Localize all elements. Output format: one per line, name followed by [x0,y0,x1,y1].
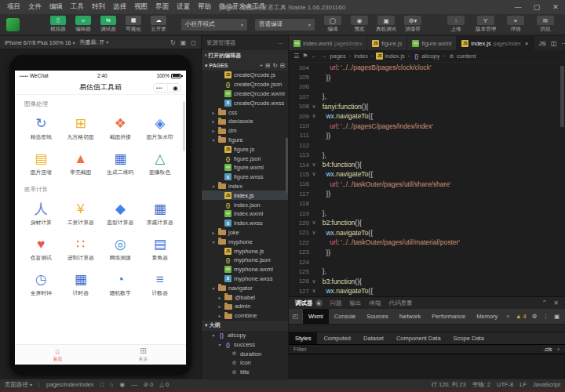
tabbar-item-更多[interactable]: ⊞更多 [100,345,186,365]
explorer-scrollbar[interactable] [286,138,288,193]
tree-item-createQrcode.wxss[interactable]: ScreateQrcode.wxss [202,98,288,107]
indent-setting[interactable]: 空格: 2 [472,381,490,389]
eol-setting[interactable]: LF [519,381,527,388]
bookmark-icon[interactable]: ⚑ [302,53,308,60]
refresh-icon[interactable]: ↻ [272,62,277,69]
app-item-图片压缩[interactable]: ▤图片压缩 [21,147,61,179]
js-preview-icon[interactable]: JS [539,40,546,47]
hot-reload-select[interactable]: 热重载: 开 ▾ [79,38,108,46]
cls-button[interactable]: .cls [543,346,552,353]
explorer-more-button[interactable]: ··· [278,40,284,47]
tree-item-createQrcode.js[interactable]: JScreateQrcode.js [202,71,288,80]
device-toolbar-icon[interactable]: ◰ [289,313,303,320]
tree-item-figure.wxml[interactable]: <>figure.wxml [202,163,288,172]
devtools-tab-Console[interactable]: Console [329,309,362,324]
close-button[interactable]: ✕ [546,3,565,11]
app-item-计数器[interactable]: ≡计数器 [140,267,180,299]
home-icon[interactable]: ⌂ [110,381,114,388]
menu-item[interactable]: 界面 [151,2,173,12]
copy-path-icon[interactable]: □ [100,381,104,388]
compile-select[interactable]: 普通编译 ▾ [255,19,315,31]
more-actions-icon[interactable]: ⋯ [561,40,565,47]
panel-tab-问题[interactable]: 问题 [330,299,342,307]
app-item-图像取色[interactable]: △图像取色 [140,147,180,179]
menu-item[interactable]: 编辑 [46,2,67,12]
nav-back-icon[interactable]: ← [311,53,317,60]
editor-scrollbar[interactable] [560,66,564,127]
app-item-进制计算器[interactable]: ∷进制计算器 [61,232,101,264]
styles-tab-Scope Data[interactable]: Scope Data [447,332,490,344]
breadcrumb-item-index.js[interactable]: JSindex.js [376,53,404,60]
fold-icon[interactable]: ∨ [309,162,319,168]
phone-scrollbar[interactable] [183,101,185,151]
gear-icon[interactable]: ⚙ [532,313,538,320]
menu-item[interactable]: 转到 [88,2,109,12]
breadcrumb-item-alicopy[interactable]: {}alicopy [413,53,439,60]
tree-item-dm[interactable]: ▸dm [202,126,288,136]
devtools-tab-Sources[interactable]: Sources [361,309,394,324]
tree-item-figure.json[interactable]: {}figure.json [202,154,288,163]
new-file-icon[interactable]: + [260,62,263,69]
styles-tab-Component Data[interactable]: Component Data [390,332,447,344]
tree-item-figure[interactable]: ▾figure [202,136,288,145]
menu-item[interactable]: 选择 [109,2,130,12]
tree-item-myphone.json[interactable]: {}myphone.json [202,256,288,265]
action-button-编译[interactable]: ◯编译 [321,16,344,33]
fold-icon[interactable]: ∨ [309,103,319,110]
panel-tab-代码质量[interactable]: 代码质量 [389,299,413,307]
outline-item-title[interactable]: ⚙title [202,368,288,377]
open-editors-section[interactable]: › 打开的编辑器 [202,50,288,60]
tree-item-navigator[interactable]: ▾navigator [202,283,288,292]
kebab-menu-icon[interactable]: ⋮ [542,313,549,320]
editor-tab-figure.js[interactable]: JSfigure.js [367,36,407,50]
code-editor[interactable]: 104 url: '../../pagesB/pages/clock/clock… [289,63,565,296]
outline-item-icon[interactable]: ⚙icon [202,358,288,368]
tree-item-figure.wxss[interactable]: Sfigure.wxss [202,172,288,182]
minimize-button[interactable]: — [508,3,527,11]
maximize-button[interactable]: ▢ [527,3,546,11]
module-button-云开发[interactable]: ☁云开发 [148,16,169,33]
close-tab-icon[interactable]: × [525,40,529,47]
app-item-身材计算[interactable]: 人身材计算 [21,197,61,229]
warning-count[interactable]: △ 0 [159,381,169,388]
devtools-tab-Memory[interactable]: Memory [471,309,503,324]
menu-item[interactable]: 设置 [173,2,194,12]
tree-item-myphone.wxml[interactable]: <>myphone.wxml [202,265,288,274]
fold-icon[interactable]: ∨ [309,278,319,285]
outline-toggle-icon[interactable]: ☰ [293,53,299,60]
action-button-上传[interactable]: ↑上传 [444,16,468,33]
simulator-tool-icon[interactable]: ◻ [191,39,196,46]
tree-item-myphone[interactable]: ▾myphone [202,237,288,246]
tree-item-@babel[interactable]: ▸@babel [202,292,288,302]
devtools-tab-Wxml[interactable]: Wxml [303,309,329,324]
outline-item-alicopy[interactable]: ▾{}alicopy [202,331,288,340]
language-mode[interactable]: JavaScript [533,381,560,388]
eye-icon[interactable]: ◉ [120,381,126,388]
tree-item-index.wxml[interactable]: <>index.wxml [202,209,288,219]
fold-icon[interactable]: ∨ [309,113,319,119]
breadcrumb-item-pages[interactable]: pages [330,53,345,60]
panel-tab-终端[interactable]: 终端 [370,299,381,307]
mode-select[interactable]: 小程序模式 ▾ [181,19,247,31]
outline-item-duration[interactable]: ⚙duration [202,349,288,358]
filter-input[interactable]: Filter [293,346,307,353]
warning-count[interactable]: ▲ 4 [516,313,527,320]
action-button-预览[interactable]: ◉预览 [348,16,371,33]
app-item-亲戚计算器[interactable]: ▦亲戚计算器 [140,197,180,229]
breadcrumb-item-index[interactable]: index [354,53,368,60]
menu-item[interactable]: 文件 [24,2,46,12]
simulator-tool-icon[interactable]: ▣ [180,39,187,46]
app-item-全屏时钟[interactable]: ◷全屏时钟 [21,267,61,299]
app-item-截图拼接[interactable]: ❖截图拼接 [100,111,140,143]
module-button-可视化[interactable]: ▦可视化 [123,16,144,33]
tree-item-daxiaoxie[interactable]: ▸daxiaoxie [202,117,288,126]
tree-item-createQrcode.wxml[interactable]: <>createQrcode.wxml [202,89,288,99]
menu-item[interactable]: 帮助 [194,2,215,12]
fold-icon[interactable]: ∨ [309,288,319,294]
action-button-清缓存[interactable]: ⚙▾清缓存 [401,16,425,33]
tree-item-index[interactable]: ▾index [202,182,288,191]
capsule-menu[interactable]: ••• ◉ [153,83,181,93]
split-editor-icon[interactable]: ◫ [551,40,557,47]
tree-item-myphone.wxss[interactable]: Smyphone.wxss [202,274,288,284]
simulator-tool-icon[interactable]: ↻ [170,39,176,46]
